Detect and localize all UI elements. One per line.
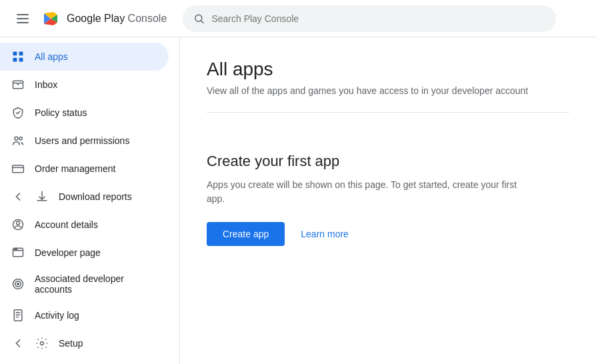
download-icon [35, 189, 49, 204]
browser-icon [11, 245, 25, 260]
card-icon [11, 161, 25, 176]
app-header: Google Play Console [0, 0, 596, 37]
expand-chevron-left [11, 189, 25, 204]
menu-button[interactable] [11, 7, 35, 31]
action-row: Create app Learn more [207, 222, 569, 246]
sidebar-item-developer-page[interactable]: Developer page [0, 239, 169, 267]
svg-rect-3 [13, 52, 17, 56]
sidebar-item-label: Download reports [59, 191, 132, 202]
sidebar: All apps Inbox Policy status Users and p… [0, 37, 180, 364]
create-app-button[interactable]: Create app [207, 222, 285, 246]
expand-chevron-left-setup [11, 336, 25, 351]
svg-rect-19 [14, 310, 22, 321]
sidebar-item-label: Inbox [35, 79, 57, 90]
sidebar-item-inbox[interactable]: Inbox [0, 71, 169, 99]
page-subtitle: View all of the apps and games you have … [207, 85, 569, 96]
sidebar-item-policy-status[interactable]: Policy status [0, 99, 169, 127]
svg-point-12 [17, 221, 20, 225]
sidebar-item-label: Developer page [35, 247, 101, 258]
svg-rect-5 [13, 58, 17, 62]
logo-icon [40, 8, 61, 29]
sidebar-item-label: Activity log [35, 310, 79, 321]
search-bar[interactable] [183, 5, 556, 32]
svg-point-15 [16, 249, 17, 250]
gear-icon [35, 336, 49, 351]
sidebar-item-account-details[interactable]: Account details [0, 211, 169, 239]
logo-area: Google Play Console [40, 8, 167, 29]
svg-point-14 [15, 249, 16, 250]
create-title: Create your first app [207, 153, 569, 170]
logo-text: Google Play Console [67, 13, 167, 25]
shield-icon [11, 105, 25, 120]
search-icon [193, 13, 205, 25]
sidebar-item-order-management[interactable]: Order management [0, 155, 169, 183]
sidebar-item-label: Policy status [35, 107, 87, 118]
create-section: Create your first app Apps you create wi… [207, 139, 569, 246]
page-title: All apps [207, 59, 569, 80]
svg-rect-6 [19, 58, 23, 62]
search-input[interactable] [211, 13, 545, 24]
svg-line-2 [201, 21, 203, 23]
sidebar-item-label: Order management [35, 163, 115, 174]
svg-rect-10 [13, 165, 24, 173]
sidebar-item-associated-accounts[interactable]: Associated developer accounts [0, 267, 169, 301]
sidebar-item-all-apps[interactable]: All apps [0, 43, 169, 71]
sidebar-item-label: Setup [59, 338, 83, 349]
sidebar-item-label: All apps [35, 51, 68, 62]
target-icon [11, 277, 25, 291]
person-circle-icon [11, 217, 25, 232]
svg-point-18 [17, 283, 19, 285]
sidebar-item-label: Account details [35, 219, 98, 230]
hamburger-icon [17, 14, 29, 23]
sidebar-item-label: Users and permissions [35, 135, 129, 146]
sidebar-item-setup[interactable]: Setup [0, 329, 169, 357]
svg-point-9 [19, 137, 22, 140]
sidebar-item-users-permissions[interactable]: Users and permissions [0, 127, 169, 155]
doc-icon [11, 308, 25, 323]
content-divider [207, 112, 569, 113]
svg-rect-4 [19, 52, 23, 56]
inbox-icon [11, 77, 25, 92]
svg-point-8 [15, 137, 18, 140]
people-icon [11, 133, 25, 148]
grid-icon [11, 49, 25, 64]
main-layout: All apps Inbox Policy status Users and p… [0, 37, 596, 364]
sidebar-item-label: Associated developer accounts [35, 273, 158, 295]
svg-point-20 [41, 342, 44, 345]
learn-more-button[interactable]: Learn more [301, 229, 349, 239]
sidebar-item-download-reports[interactable]: Download reports [0, 183, 169, 211]
sidebar-item-activity-log[interactable]: Activity log [0, 301, 169, 329]
main-content: All apps View all of the apps and games … [180, 37, 596, 364]
create-description: Apps you create will be shown on this pa… [207, 178, 527, 206]
